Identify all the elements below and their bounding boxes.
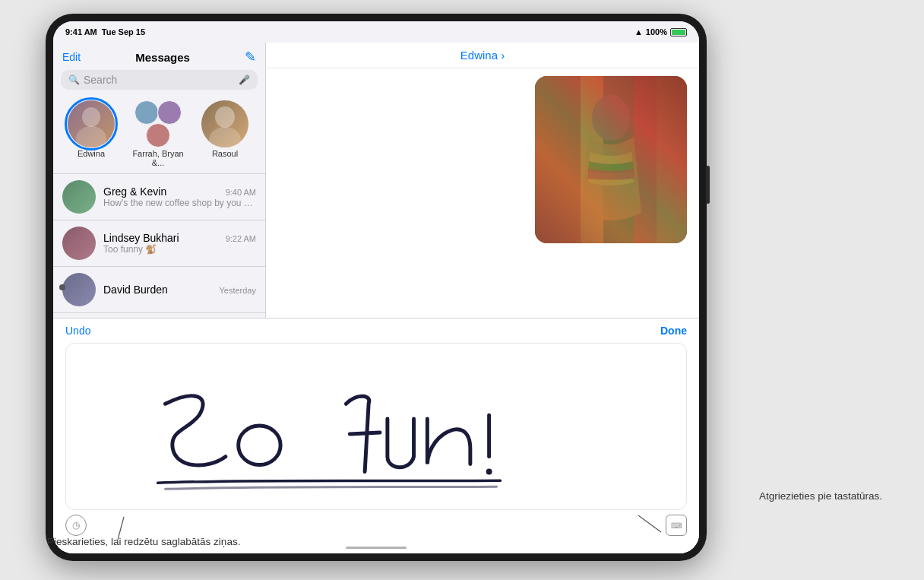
svg-point-1 [76,126,106,147]
status-time: 9:41 AM [65,27,97,36]
svg-rect-6 [581,76,603,243]
handwriting-svg [66,344,686,509]
search-bar[interactable]: 🔍 Search 🎤 [61,70,258,90]
history-button[interactable]: ◷ [65,515,87,536]
pinned-name-edwina: Edwina [78,149,105,158]
pinned-contact-rasoul[interactable]: Rasoul [195,100,255,167]
pinned-contact-edwina[interactable]: Edwina [61,100,122,167]
svg-point-2 [215,106,235,128]
side-button[interactable] [706,166,710,204]
conversation-preview-greg: How's the new coffee shop by you guys? [103,198,256,208]
conversation-preview-lindsey: Too funny 🐒 [103,244,256,255]
conversation-item-lindsey[interactable]: Lindsey Bukhari 9:22 AM Too funny 🐒 [53,220,265,267]
svg-point-3 [209,127,241,147]
pinned-contact-farrah[interactable]: Farrah, Bryan &... [128,100,188,167]
svg-point-11 [239,426,280,465]
svg-rect-5 [535,76,581,243]
pinned-contacts-row: Edwina Farrah, Bryan &... [53,96,265,174]
svg-point-12 [486,468,492,474]
annotation-bottom-right: Atgriezieties pie tastatūras. [759,490,882,504]
conversation-time-greg: 9:40 AM [226,188,256,197]
undo-button[interactable]: Undo [65,325,90,337]
conversation-time-lindsey: 9:22 AM [226,234,256,243]
sidebar-title: Messages [135,51,190,64]
handwriting-section: Undo Done [53,318,699,553]
handwriting-toolbar: Undo Done [53,319,699,343]
mic-icon: 🎤 [239,74,250,85]
photo-message-bubble[interactable] [535,76,687,243]
conversation-name-david: David Burden [103,284,168,296]
status-day: Tue Sep 15 [102,27,145,36]
ipad-screen: 9:41 AM Tue Sep 15 ▲ 100% Edit Messages … [53,21,699,553]
photo-image [535,76,687,243]
conversation-avatar-david [62,273,96,306]
compose-button[interactable]: ✎ [245,49,256,65]
battery-icon [670,28,687,36]
main-layout: Edit Messages ✎ 🔍 Search 🎤 [53,43,699,553]
keyboard-button[interactable]: ⌨ [666,515,687,536]
svg-rect-8 [634,76,657,243]
search-icon: 🔍 [68,74,80,85]
side-dot [59,284,65,290]
conversation-time-david: Yesterday [219,286,256,295]
pinned-name-farrah: Farrah, Bryan &... [128,149,188,167]
battery-percent: 100% [646,27,667,36]
handwriting-footer: ◷ ⌨ [53,510,699,536]
pinned-avatar-rasoul [201,100,248,147]
content-area: Edwina › [266,43,699,553]
conversation-info-greg: Greg & Kevin 9:40 AM How's the new coffe… [103,185,256,208]
svg-rect-9 [657,76,687,243]
chevron-icon: › [498,49,505,62]
search-placeholder: Search [84,74,235,86]
wifi-icon: ▲ [634,27,643,36]
status-bar: 9:41 AM Tue Sep 15 ▲ 100% [53,21,699,43]
conversation-name-lindsey: Lindsey Bukhari [103,232,179,244]
conversation-item-greg[interactable]: Greg & Kevin 9:40 AM How's the new coffe… [53,174,265,220]
conversation-name-greg: Greg & Kevin [103,185,166,198]
contact-name: Edwina [460,49,498,62]
conversation-info-lindsey: Lindsey Bukhari 9:22 AM Too funny 🐒 [103,232,256,255]
conversation-info-david: David Burden Yesterday [103,284,256,296]
pinned-avatar-edwina [68,100,115,147]
conversation-item-david[interactable]: David Burden Yesterday [53,267,265,313]
svg-point-10 [592,95,630,141]
conversation-avatar-greg [62,180,96,214]
photo-art-overlay [535,76,687,243]
done-button[interactable]: Done [660,325,687,337]
ipad-frame: 9:41 AM Tue Sep 15 ▲ 100% Edit Messages … [46,14,707,561]
contact-name-link[interactable]: Edwina › [460,49,505,62]
pinned-avatar-farrah [134,100,182,147]
home-indicator [346,547,407,549]
conversation-avatar-lindsey [62,227,96,260]
svg-point-0 [82,107,100,127]
content-header: Edwina › [266,43,699,68]
annotation-bottom-left: Pieskarieties, lai redzētu saglabātās zi… [47,535,240,550]
pinned-name-rasoul: Rasoul [212,149,238,158]
handwriting-canvas[interactable] [65,343,687,510]
svg-rect-7 [603,76,634,243]
sidebar-header: Edit Messages ✎ [53,43,265,70]
edit-button[interactable]: Edit [62,51,81,63]
svg-rect-4 [535,76,687,243]
